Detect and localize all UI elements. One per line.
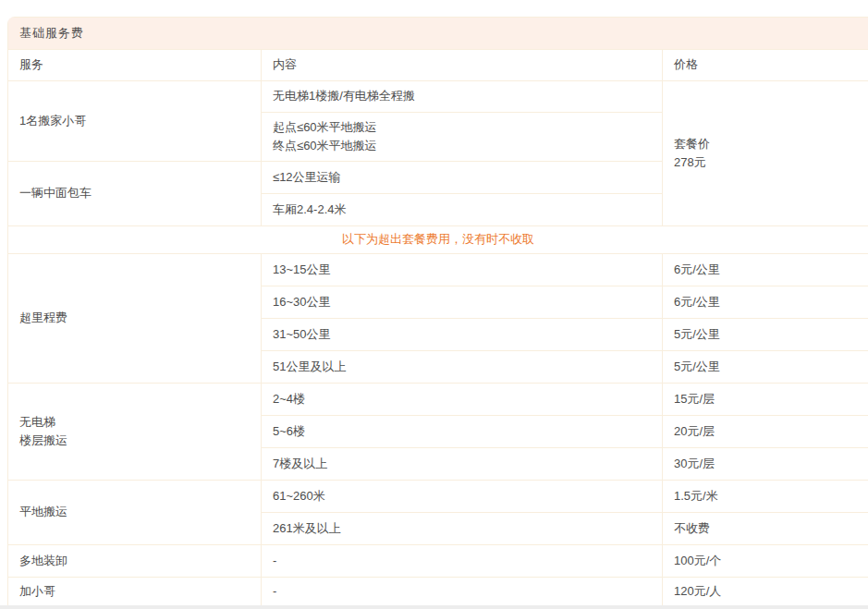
content-cell: 无电梯1楼搬/有电梯全程搬 (262, 81, 663, 113)
service-cell: 超里程费 (8, 254, 262, 384)
column-header-price: 价格 (663, 50, 868, 81)
content-cell: 车厢2.4-2.4米 (262, 194, 663, 226)
price-cell: 不收费 (663, 513, 868, 545)
price-cell: 5元/公里 (663, 351, 868, 384)
price-cell: 6元/公里 (663, 254, 868, 286)
price-cell: 20元/层 (663, 416, 868, 448)
content-cell: 13~15公里 (262, 254, 663, 286)
content-cell: - (262, 578, 663, 607)
price-cell: 15元/层 (663, 384, 868, 416)
service-cell: 平地搬运 (8, 481, 262, 545)
table-row: 无电梯楼层搬运2~4楼15元/层 (8, 384, 868, 416)
basic-service-fee-table: 基础服务费 服务 内容 价格 1名搬家小哥无电梯1楼搬/有电梯全程搬套餐价278… (7, 17, 868, 607)
table-row: 超里程费13~15公里6元/公里 (8, 254, 868, 286)
price-cell: 6元/公里 (663, 286, 868, 319)
service-cell: 一辆中面包车 (8, 162, 262, 226)
content-cell: - (262, 545, 663, 578)
content-cell: 51公里及以上 (262, 351, 663, 384)
service-cell: 无电梯楼层搬运 (8, 384, 262, 481)
table-row: 1名搬家小哥无电梯1楼搬/有电梯全程搬套餐价278元 (8, 81, 868, 113)
pricing-table-body: 1名搬家小哥无电梯1楼搬/有电梯全程搬套餐价278元起点≤60米平地搬运终点≤6… (8, 81, 868, 607)
content-cell: 261米及以上 (262, 513, 663, 545)
service-cell: 加小哥 (8, 578, 262, 607)
content-cell: 5~6楼 (262, 416, 663, 448)
column-header-service: 服务 (8, 50, 262, 81)
content-cell: ≤12公里运输 (262, 162, 663, 194)
table-row: 以下为超出套餐费用，没有时不收取 (8, 226, 868, 254)
price-cell: 套餐价278元 (663, 81, 868, 226)
content-cell: 31~50公里 (262, 319, 663, 351)
content-cell: 7楼及以上 (262, 448, 663, 481)
price-cell: 5元/公里 (663, 319, 868, 351)
content-cell: 61~260米 (262, 481, 663, 513)
price-cell: 30元/层 (663, 448, 868, 481)
table-title: 基础服务费 (8, 18, 868, 50)
price-cell: 120元/人 (663, 578, 868, 607)
table-row: 加小哥-120元/人 (8, 578, 868, 607)
content-cell: 16~30公里 (262, 286, 663, 319)
price-cell: 100元/个 (663, 545, 868, 578)
price-cell: 1.5元/米 (663, 481, 868, 513)
content-cell: 2~4楼 (262, 384, 663, 416)
table-row: 多地装卸-100元/个 (8, 545, 868, 578)
table-header-row: 服务 内容 价格 (8, 50, 868, 81)
content-cell: 起点≤60米平地搬运终点≤60米平地搬运 (262, 113, 663, 162)
page-bottom-strip (0, 605, 868, 609)
service-cell: 多地装卸 (8, 545, 262, 578)
table-title-row: 基础服务费 (8, 18, 868, 50)
table-row: 平地搬运61~260米1.5元/米 (8, 481, 868, 513)
column-header-content: 内容 (262, 50, 663, 81)
note-row-text: 以下为超出套餐费用，没有时不收取 (8, 226, 868, 254)
pricing-table: 基础服务费 服务 内容 价格 1名搬家小哥无电梯1楼搬/有电梯全程搬套餐价278… (7, 17, 868, 607)
service-cell: 1名搬家小哥 (8, 81, 262, 162)
